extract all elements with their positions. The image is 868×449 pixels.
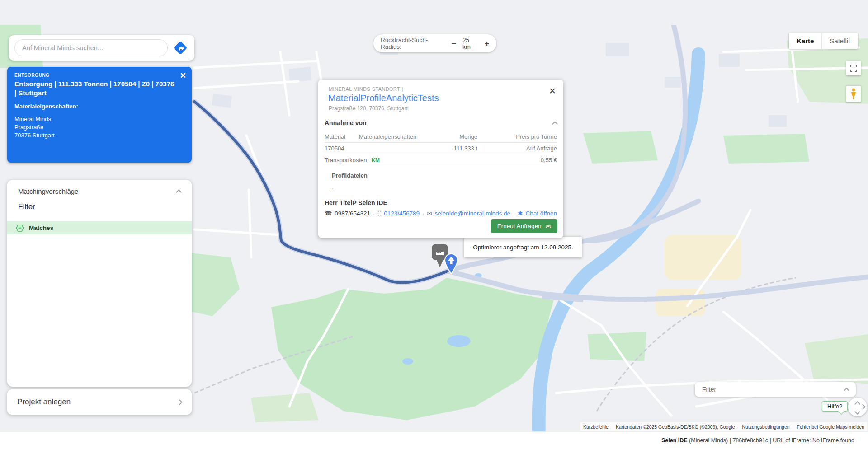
help-button[interactable]: Hilfe? bbox=[822, 401, 848, 412]
page-footer: Selen IDE (Mineral Minds) | 786bfe8cb91c… bbox=[0, 431, 868, 449]
radius-increase-button[interactable]: + bbox=[485, 40, 489, 47]
send-mail-icon: ✉ bbox=[545, 222, 551, 230]
footer-environment-info: Selen IDE (Mineral Minds) | 786bfe8cb91c… bbox=[661, 437, 854, 444]
optimizer-tooltip: Optimierer angefragt am 12.09.2025. bbox=[464, 237, 582, 257]
attribution-terms[interactable]: Nutzungsbedingungen bbox=[742, 424, 789, 430]
attribution-report[interactable]: Fehler bei Google Maps melden bbox=[797, 424, 864, 430]
pan-control[interactable] bbox=[848, 398, 867, 416]
chevron-up-icon bbox=[844, 388, 849, 393]
collapse-panel-icon[interactable] bbox=[176, 189, 182, 195]
disposal-card: ✕ ENTSORGUNG Entsorgung | 111.333 Tonnen… bbox=[7, 67, 192, 163]
radius-value: 25 km bbox=[462, 37, 478, 50]
matches-icon bbox=[15, 224, 24, 233]
open-chat-link[interactable]: Chat öffnen bbox=[525, 210, 557, 217]
matching-panel: Matchingvorschläge Filter Matches bbox=[7, 180, 192, 387]
radius-label: Rückfracht-Such-Radius: bbox=[381, 37, 445, 50]
acceptance-table: Material Materialeigenschaften Menge Pre… bbox=[325, 131, 557, 166]
map-attribution: Kurzbefehle Kartendaten ©2025 GeoBasis-D… bbox=[580, 422, 867, 431]
pegman-button[interactable] bbox=[846, 86, 861, 102]
map-filter-label: Filter bbox=[702, 386, 844, 393]
match-column-headers bbox=[7, 212, 192, 221]
destination-marker[interactable] bbox=[444, 253, 458, 276]
close-icon[interactable]: ✕ bbox=[549, 86, 556, 96]
matches-heading: Matches bbox=[29, 224, 53, 231]
filter-heading: Filter bbox=[7, 195, 192, 212]
directions-button[interactable] bbox=[172, 39, 189, 56]
matching-panel-title: Matchingvorschläge bbox=[18, 187, 177, 195]
search-input[interactable] bbox=[14, 39, 168, 56]
disposal-title: Entsorgung | 111.333 Tonnen | 170504 | Z… bbox=[14, 80, 177, 98]
pegman-icon bbox=[850, 88, 857, 100]
acceptance-section-title: Annahme von bbox=[325, 119, 553, 126]
table-header-row: Material Materialeigenschaften Menge Pre… bbox=[325, 131, 557, 142]
phone-icon: ☎ bbox=[325, 210, 332, 217]
attribution-data: Kartendaten ©2025 GeoBasis-DE/BKG (©2009… bbox=[616, 424, 735, 430]
map-type-karte[interactable]: Karte bbox=[789, 33, 821, 49]
map-type-satellit[interactable]: Satellit bbox=[821, 33, 858, 49]
request-again-button[interactable]: Erneut Anfragen ✉ bbox=[491, 219, 557, 233]
contact-phone: 0987/654321 bbox=[335, 210, 370, 217]
email-icon: ✉ bbox=[427, 210, 432, 217]
pan-up-icon bbox=[854, 401, 860, 407]
search-container bbox=[9, 35, 194, 61]
app-root: Rückfracht-Such-Radius: − 25 km + Karte … bbox=[0, 0, 868, 449]
radius-control: Rückfracht-Such-Radius: − 25 km + bbox=[373, 34, 496, 52]
popup-address: Pragstraße 120, 70376, Stuttgart bbox=[329, 105, 557, 112]
location-popup: ✕ MINERAL MINDS STANDORT | MaterialProfi… bbox=[318, 80, 563, 238]
pan-down-icon bbox=[854, 409, 860, 415]
attribution-shortcuts[interactable]: Kurzbefehle bbox=[583, 424, 609, 430]
matches-section-header: Matches bbox=[7, 221, 192, 234]
create-project-label: Projekt anlegen bbox=[17, 398, 178, 407]
table-row: Transportkosten KM 0,55 € bbox=[325, 154, 557, 166]
popup-title[interactable]: MaterialProfileAnalyticTests bbox=[328, 93, 557, 103]
contact-mobile[interactable]: 0123/456789 bbox=[384, 210, 420, 217]
collapse-section-icon[interactable] bbox=[552, 121, 558, 127]
map-filter-pill[interactable]: Filter bbox=[695, 382, 856, 397]
radius-decrease-button[interactable]: − bbox=[452, 40, 456, 47]
chevron-right-icon bbox=[177, 399, 183, 405]
map-type-toggle: Karte Satellit bbox=[789, 33, 858, 49]
contact-email[interactable]: selenide@mineral-minds.de bbox=[435, 210, 511, 217]
fullscreen-button[interactable] bbox=[846, 61, 861, 75]
directions-icon bbox=[172, 39, 189, 56]
create-project-button[interactable]: Projekt anlegen bbox=[7, 389, 192, 415]
popup-kicker: MINERAL MINDS STANDORT | bbox=[329, 86, 557, 92]
disposal-tag: ENTSORGUNG bbox=[14, 73, 184, 78]
fullscreen-icon bbox=[850, 65, 857, 72]
contact-name: Herr TitelP Selen IDE bbox=[325, 199, 557, 206]
chat-icon: ✱ bbox=[518, 210, 523, 217]
disposal-address: Mineral Minds Pragstraße 70376 Stuttgart bbox=[14, 115, 184, 140]
contact-line: ☎ 0987/654321 · 0123/456789 · ✉ selenide… bbox=[325, 210, 557, 217]
pan-right-icon bbox=[860, 404, 866, 410]
profile-files-heading: Profildateien bbox=[332, 172, 557, 179]
request-again-label: Erneut Anfragen bbox=[497, 223, 542, 229]
mobile-icon bbox=[378, 211, 382, 216]
profile-files-value: - bbox=[332, 184, 557, 191]
material-properties-heading: Materialeigenschaften: bbox=[14, 103, 184, 110]
table-row: 170504 111.333 t Auf Anfrage bbox=[325, 142, 557, 154]
